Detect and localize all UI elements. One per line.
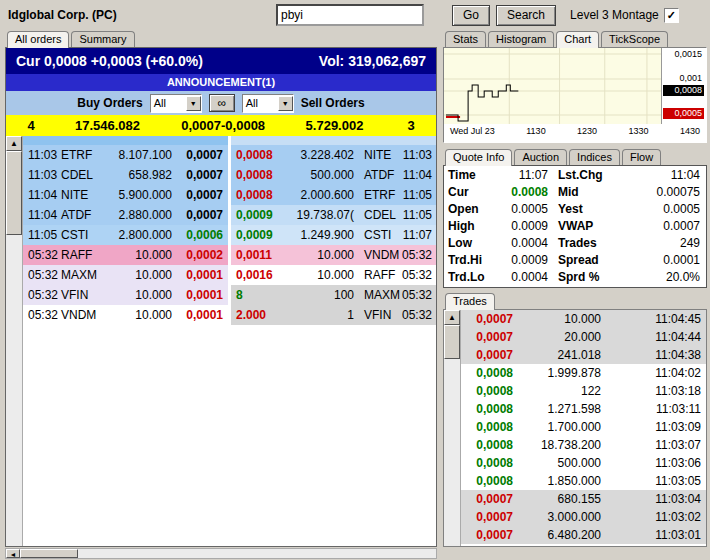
trades-scroll-thumb[interactable] (444, 325, 460, 359)
trade-row[interactable]: 0,00081.271.59811:03:11 (461, 400, 706, 418)
current-price-summary: Cur 0,0008 +0,0003 (+60.0%) (16, 53, 203, 69)
trade-row[interactable]: 0,00076.480.20011:03:01 (461, 526, 706, 544)
left-arrow-icon: ◄ (10, 551, 17, 558)
chart-x-label: 1230 (577, 126, 597, 136)
chart-area: 0,00150,0010,00080,0005 (444, 48, 706, 124)
tab-all-orders[interactable]: All orders (7, 31, 69, 48)
buy-time: 11:04 (23, 208, 61, 222)
sell-order[interactable]: 0,00083.228.402NITE11:03 (231, 145, 436, 165)
buy-price: 0,0002 (172, 248, 228, 262)
order-book-row: 11:05CSTI2.800.0000,00060,00091.249.900C… (23, 225, 436, 245)
sell-time: 05:32 (398, 248, 436, 262)
symbol-input[interactable] (276, 4, 424, 26)
trades-scroll-up-button[interactable]: ▲ (444, 310, 460, 325)
trade-row[interactable]: 0,00081.700.00011:03:09 (461, 418, 706, 436)
search-button[interactable]: Search (496, 5, 556, 26)
buy-price: 0,0001 (172, 288, 228, 302)
order-book-row: 11:03CDEL658.9820,00070,0008500.000ATDF1… (23, 165, 436, 185)
trade-row[interactable]: 0,00081.850.00011:03:05 (461, 472, 706, 490)
tab-stats[interactable]: Stats (445, 31, 486, 47)
trade-row[interactable]: 0,000710.00011:04:45 (461, 310, 706, 328)
trade-row[interactable]: 0,0008500.00011:03:06 (461, 454, 706, 472)
sell-time: 11:04 (398, 168, 436, 182)
trade-row[interactable]: 0,0007241.01811:04:38 (461, 346, 706, 364)
sell-order[interactable]: 0,000919.738.07(CDEL11:05 (231, 205, 436, 225)
buy-order[interactable]: 05:32VFIN10.0000,0001 (23, 285, 228, 305)
buy-price: 0,0006 (172, 228, 228, 242)
buy-order[interactable]: 11:05CSTI2.800.0000,0006 (23, 225, 228, 245)
tab-chart[interactable]: Chart (556, 31, 599, 48)
announcement-banner[interactable]: ANNOUNCEMENT(1) (6, 74, 436, 91)
sell-size: 100 (287, 288, 356, 302)
quote-info-row: Low0.0004Trades249 (444, 234, 706, 251)
trade-time: 11:04:38 (601, 348, 706, 362)
trade-time: 11:03:01 (601, 528, 706, 542)
sell-price: 2.000 (231, 308, 287, 322)
trade-size: 122 (513, 384, 601, 398)
trade-row[interactable]: 0,000818.738.20011:03:07 (461, 436, 706, 454)
check-icon: ✓ (667, 9, 676, 22)
trades-scrollbar[interactable]: ▲ (444, 310, 461, 546)
sell-order[interactable]: 2.0001VFIN05:32 (231, 305, 436, 325)
hscroll-thumb[interactable] (20, 549, 78, 558)
sell-time: 11:05 (398, 188, 436, 202)
sell-mm-code: VFIN (356, 308, 398, 322)
quote-value: 11:07 (490, 168, 554, 182)
tab-auction[interactable]: Auction (514, 149, 567, 165)
dropdown-arrow-icon[interactable]: ▼ (278, 96, 293, 111)
quote-label: High (444, 219, 490, 233)
sell-order[interactable]: 0,001610.000RAFF05:32 (231, 265, 436, 285)
sell-order[interactable]: 0,00082.000.600ETRF11:05 (231, 185, 436, 205)
buy-order[interactable]: 05:32MAXM10.0000,0001 (23, 265, 228, 285)
order-book-scroll-thumb[interactable] (6, 151, 22, 235)
tab-tickscope[interactable]: TickScope (601, 31, 668, 47)
trade-size: 3.000.000 (513, 510, 601, 524)
tab-quote-info[interactable]: Quote Info (445, 149, 512, 166)
horizontal-scrollbar[interactable]: ◄ (5, 548, 437, 559)
tab-summary[interactable]: Summary (71, 31, 134, 47)
scroll-left-button[interactable]: ◄ (6, 549, 20, 558)
sell-time: 11:05 (398, 208, 436, 222)
level3-checkbox[interactable]: ✓ (664, 8, 679, 23)
tab-trades[interactable]: Trades (445, 293, 495, 310)
buy-order[interactable]: 11:03CDEL658.9820,0007 (23, 165, 228, 185)
trade-row[interactable]: 0,000720.00011:04:44 (461, 328, 706, 346)
tab-indices[interactable]: Indices (569, 149, 620, 165)
buy-depth-bar (23, 136, 228, 145)
scroll-up-button[interactable]: ▲ (6, 136, 22, 151)
buy-order[interactable]: 05:32RAFF10.0000,0002 (23, 245, 228, 265)
sell-order[interactable]: 8100MAXM05:32 (231, 285, 436, 305)
left-tabs: All ordersSummary (5, 30, 437, 47)
trade-row[interactable]: 0,00073.000.00011:03:02 (461, 508, 706, 526)
trade-row[interactable]: 0,00081.999.87811:04:02 (461, 364, 706, 382)
trade-row[interactable]: 0,000812211:03:18 (461, 382, 706, 400)
quote-info-row: Trd.Hi0.0009Spread0.0001 (444, 251, 706, 268)
sell-order[interactable]: 0,001110.000VNDM05:32 (231, 245, 436, 265)
buy-order[interactable]: 11:03ETRF8.107.1000,0007 (23, 145, 228, 165)
buy-order[interactable]: 05:32VNDM10.0000,0001 (23, 305, 228, 325)
buy-order[interactable]: 11:04ATDF2.880.0000,0007 (23, 205, 228, 225)
up-arrow-icon: ▲ (448, 313, 456, 322)
chart-y-label: 0,0015 (672, 49, 704, 60)
order-book-row: 05:32RAFF10.0000,00020,001110.000VNDM05:… (23, 245, 436, 265)
buy-mm-code: VFIN (61, 288, 103, 302)
trade-time: 11:03:11 (601, 402, 706, 416)
quote-label: Trd.Hi (444, 253, 490, 267)
dropdown-arrow-icon[interactable]: ▼ (186, 96, 201, 111)
sell-filter-dropdown[interactable]: All ▼ (242, 94, 294, 113)
buy-filter-dropdown[interactable]: All ▼ (150, 94, 202, 113)
sell-order[interactable]: 0,00091.249.900CSTI11:07 (231, 225, 436, 245)
link-orders-button[interactable]: ∞ (209, 94, 235, 112)
tab-flow[interactable]: Flow (622, 149, 661, 165)
trade-price: 0,0008 (461, 366, 513, 380)
tab-histogram[interactable]: Histogram (488, 31, 554, 47)
trade-size: 1.271.598 (513, 402, 601, 416)
order-book-scrollbar[interactable]: ▲ (6, 136, 23, 547)
buy-order[interactable]: 11:04NITE5.900.0000,0007 (23, 185, 228, 205)
sell-price: 0,0009 (231, 228, 287, 242)
sell-order[interactable]: 0,0008500.000ATDF11:04 (231, 165, 436, 185)
trade-row[interactable]: 0,0007680.15511:03:04 (461, 490, 706, 508)
sell-time: 11:03 (398, 148, 436, 162)
sell-size: 500.000 (287, 168, 356, 182)
go-button[interactable]: Go (452, 5, 490, 26)
